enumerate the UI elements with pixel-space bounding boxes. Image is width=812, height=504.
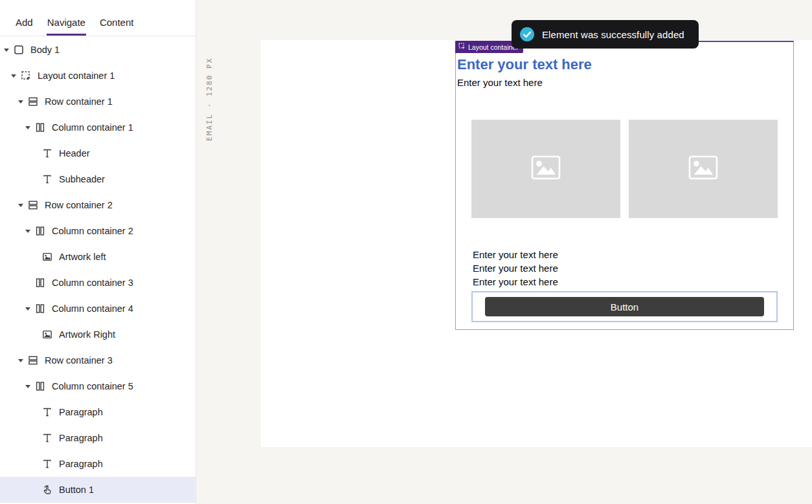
text-icon <box>41 173 53 185</box>
sidebar: AddNavigateContent Body 1Layout containe… <box>0 0 196 504</box>
tree-item-row-container-2[interactable]: Row container 2 <box>0 192 196 218</box>
row-container-icon <box>27 355 39 366</box>
caret-down-icon[interactable] <box>17 359 25 362</box>
tree-item-label: Column container 4 <box>52 303 133 314</box>
button-block-selection[interactable]: Button <box>471 291 778 322</box>
tree-item-column-container-2[interactable]: Column container 2 <box>0 218 196 244</box>
tree-item-label: Row container 3 <box>45 355 113 366</box>
tree-item-paragraph[interactable]: Paragraph <box>0 425 196 451</box>
text-icon <box>41 148 53 159</box>
email-button[interactable]: Button <box>485 297 764 316</box>
email-paragraph[interactable]: Enter your text here <box>473 248 793 261</box>
tree-item-label: Paragraph <box>59 433 103 443</box>
button-click-icon <box>41 484 53 496</box>
app-window: AddNavigateContent Body 1Layout containe… <box>0 0 812 504</box>
tree-item-label: Body 1 <box>30 45 60 55</box>
tree-item-header[interactable]: Header <box>0 140 196 166</box>
tree-item-body-1[interactable]: Body 1 <box>0 37 196 63</box>
artwork-right-placeholder[interactable] <box>629 120 778 218</box>
text-icon <box>41 458 53 470</box>
column-container-icon <box>34 122 46 133</box>
tree-item-label: Button 1 <box>59 485 94 495</box>
tree-item-label: Layout container 1 <box>38 71 115 81</box>
caret-down-icon[interactable] <box>3 49 10 52</box>
tree-item-label: Row container 2 <box>45 200 113 210</box>
tree-item-artwork-left[interactable]: Artwork left <box>0 244 196 270</box>
tree-item-paragraph[interactable]: Paragraph <box>0 399 196 425</box>
email-width-label: EMAIL · 1280 PX <box>205 50 214 141</box>
email-canvas[interactable]: Layout container Enter your text here En… <box>261 40 812 447</box>
column-container-icon <box>34 225 46 237</box>
tab-content[interactable]: Content <box>99 17 135 36</box>
image-placeholder-icon <box>688 155 718 182</box>
tree-item-label: Column container 1 <box>52 122 133 133</box>
sidebar-tabs: AddNavigateContent <box>0 0 196 36</box>
tree-item-label: Header <box>59 148 90 159</box>
workspace: EMAIL · 1280 PX Layout container Enter y… <box>196 0 812 504</box>
caret-down-icon[interactable] <box>24 126 32 129</box>
caret-down-icon[interactable] <box>24 307 32 311</box>
toast-message: Element was successfully added <box>542 29 684 40</box>
tab-add[interactable]: Add <box>15 17 34 36</box>
artwork-row <box>471 120 778 218</box>
caret-down-icon[interactable] <box>24 385 32 388</box>
image-icon <box>41 251 53 263</box>
layers-tree: Body 1Layout container 1Row container 1C… <box>0 36 196 504</box>
toast-notification: Element was successfully added <box>512 20 699 49</box>
caret-down-icon[interactable] <box>10 74 17 78</box>
layout-container-icon <box>20 70 32 82</box>
column-container-icon <box>34 277 46 289</box>
tree-item-column-container-5[interactable]: Column container 5 <box>0 373 196 399</box>
tree-item-label: Subheader <box>59 174 105 184</box>
text-icon <box>41 406 53 418</box>
image-placeholder-icon <box>531 155 561 182</box>
tree-item-label: Artwork Right <box>59 329 115 340</box>
email-header-text[interactable]: Enter your text here <box>456 56 793 72</box>
tree-item-label: Paragraph <box>59 459 103 469</box>
column-container-icon <box>34 303 46 314</box>
email-paragraph[interactable]: Enter your text here <box>473 275 793 289</box>
caret-down-icon[interactable] <box>17 100 25 104</box>
tree-item-column-container-3[interactable]: Column container 3 <box>0 270 196 296</box>
row-container-icon <box>27 199 39 211</box>
tree-item-column-container-4[interactable]: Column container 4 <box>0 296 196 322</box>
caret-down-icon[interactable] <box>17 204 25 207</box>
tree-item-column-container-1[interactable]: Column container 1 <box>0 115 196 140</box>
check-circle-icon <box>519 27 535 42</box>
caret-down-icon[interactable] <box>24 230 32 233</box>
email-paragraphs: Enter your text here Enter your text her… <box>473 248 793 289</box>
badge-label: Layout container <box>468 43 519 51</box>
tree-item-label: Column container 3 <box>52 278 133 288</box>
tab-navigate[interactable]: Navigate <box>47 17 86 36</box>
tree-item-label: Artwork left <box>59 252 106 262</box>
layout-container-block[interactable]: Layout container Enter your text here En… <box>455 41 794 330</box>
email-paragraph[interactable]: Enter your text here <box>473 261 793 275</box>
artwork-left-placeholder[interactable] <box>471 120 620 218</box>
row-container-icon <box>27 96 39 107</box>
tree-item-row-container-3[interactable]: Row container 3 <box>0 347 196 373</box>
tree-item-subheader[interactable]: Subheader <box>0 166 196 192</box>
tree-item-label: Column container 2 <box>52 226 133 236</box>
email-subheader-text[interactable]: Enter your text here <box>456 77 793 88</box>
body-icon <box>13 44 25 56</box>
tree-item-button-1[interactable]: Button 1 <box>0 477 196 503</box>
tree-item-layout-container-1[interactable]: Layout container 1 <box>0 63 196 89</box>
column-container-icon <box>34 380 46 392</box>
layout-container-icon <box>458 43 466 51</box>
tree-item-label: Row container 1 <box>45 96 113 107</box>
tree-item-label: Column container 5 <box>52 381 133 391</box>
tree-item-row-container-1[interactable]: Row container 1 <box>0 89 196 115</box>
tree-item-paragraph[interactable]: Paragraph <box>0 451 196 477</box>
text-icon <box>41 432 53 444</box>
tree-item-artwork-right[interactable]: Artwork Right <box>0 322 196 347</box>
image-icon <box>41 329 53 340</box>
tree-item-label: Paragraph <box>59 407 103 417</box>
